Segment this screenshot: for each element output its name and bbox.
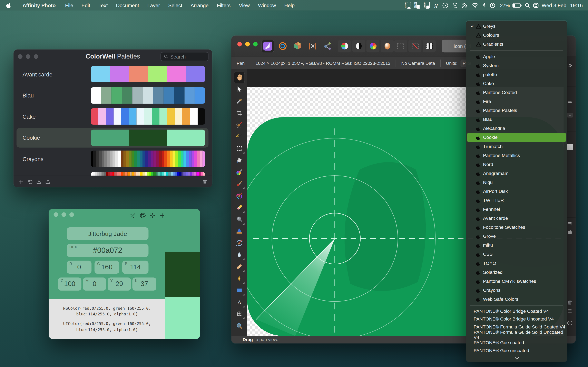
menu-help[interactable]: Help	[280, 2, 299, 8]
swatch[interactable]	[98, 108, 106, 125]
palette-row-cookie[interactable]: Cookie	[13, 127, 212, 149]
app-menu[interactable]: Affinity Photo	[18, 2, 61, 8]
swatch[interactable]	[106, 108, 113, 125]
swatch[interactable]	[132, 151, 134, 167]
menu-item-apple[interactable]: Apple	[466, 52, 567, 61]
gradient-map-adjustment-button[interactable]	[380, 40, 394, 52]
swatch[interactable]	[170, 151, 172, 167]
palette-row-css[interactable]: CSS	[13, 169, 212, 176]
colour-picker-tool[interactable]	[233, 95, 245, 107]
swatch[interactable]	[125, 172, 127, 176]
swatch[interactable]	[153, 151, 156, 167]
menu-item-grove[interactable]: Grove	[466, 232, 567, 241]
export-persona-button[interactable]	[321, 40, 334, 52]
add-palette-button[interactable]	[18, 178, 24, 186]
menu-item-pantone-coated[interactable]: Pantone Coated	[466, 88, 567, 97]
swatch[interactable]	[94, 151, 96, 167]
dodge-burn-tool[interactable]	[233, 213, 245, 225]
swatch[interactable]	[101, 87, 112, 104]
swatch[interactable]	[119, 172, 121, 176]
menu-item-airport-disk[interactable]: AirPort Disk	[466, 187, 567, 196]
swatch[interactable]	[149, 172, 151, 176]
minimize-button[interactable]	[61, 212, 66, 217]
swatch[interactable]	[129, 66, 148, 83]
zoom-tool[interactable]	[233, 320, 245, 332]
swatch[interactable]	[192, 172, 194, 176]
palette-row-avant-carde[interactable]: Avant carde	[13, 64, 212, 85]
swatch[interactable]	[136, 172, 138, 176]
swatch[interactable]	[129, 129, 167, 146]
menu-file[interactable]: File	[61, 2, 77, 8]
swatch[interactable]	[95, 172, 97, 176]
swatch[interactable]	[186, 172, 188, 176]
wifi-icon[interactable]	[472, 1, 479, 9]
paint-brush-tool[interactable]	[233, 178, 245, 190]
swatch[interactable]	[104, 151, 107, 167]
swatch[interactable]	[110, 172, 112, 176]
menu-item-pantone-formula-guide-solid-uncoated-v4[interactable]: PANTONE® Formula Guide Solid Uncoated V4	[466, 331, 567, 339]
swatch[interactable]	[115, 151, 118, 167]
swatch[interactable]	[158, 172, 160, 176]
swatch[interactable]	[110, 66, 129, 83]
swatch[interactable]	[173, 151, 175, 167]
swatch[interactable]	[203, 151, 205, 167]
channels-adjustment-button[interactable]	[338, 40, 351, 52]
swatch[interactable]	[190, 108, 198, 125]
swatch[interactable]	[104, 172, 106, 176]
swatch[interactable]	[121, 172, 123, 176]
move-tool[interactable]	[233, 83, 245, 95]
palette-icon[interactable]	[139, 211, 146, 219]
cmyk-field-y[interactable]: Y29	[108, 277, 131, 291]
swatch[interactable]	[183, 151, 186, 167]
swatch[interactable]	[134, 172, 136, 176]
swatch[interactable]	[99, 172, 102, 176]
tone-mapping-persona-button[interactable]	[306, 40, 319, 52]
swatch[interactable]	[153, 172, 156, 176]
bluetooth-icon[interactable]	[482, 1, 486, 9]
swatch[interactable]	[181, 151, 183, 167]
menu-layer[interactable]: Layer	[143, 2, 164, 8]
menu-item-colours[interactable]: Colours	[466, 31, 567, 40]
swatch[interactable]	[130, 172, 132, 176]
close-button[interactable]	[237, 42, 242, 47]
swatch[interactable]	[106, 172, 108, 176]
menu-item-niqu[interactable]: Niqu	[466, 178, 567, 187]
swatch[interactable]	[145, 172, 147, 176]
marquee-tool[interactable]	[233, 142, 245, 154]
menu-item-pantone-goe-uncoated[interactable]: PANTONE® Goe uncoated	[466, 346, 567, 354]
mem-monitor-icon[interactable]: MEM	[414, 1, 420, 9]
swatch[interactable]	[151, 172, 153, 176]
export-palette-button[interactable]	[45, 178, 51, 186]
swatch[interactable]	[118, 151, 121, 167]
rgb-field-r[interactable]: R0	[67, 261, 91, 274]
swatch[interactable]	[112, 172, 114, 176]
play-circle-icon[interactable]	[442, 1, 449, 9]
swatch[interactable]	[93, 172, 95, 176]
cmyk-field-m[interactable]: M0	[83, 277, 106, 291]
swatch[interactable]	[123, 172, 125, 176]
swatch[interactable]	[177, 172, 179, 176]
menu-select[interactable]: Select	[164, 2, 186, 8]
menu-item-pantone-pastels[interactable]: Pantone Pastels	[466, 106, 567, 115]
swatch[interactable]	[148, 151, 151, 167]
swatch[interactable]	[174, 108, 182, 125]
swatch[interactable]	[102, 151, 104, 167]
swatch[interactable]	[167, 66, 186, 83]
menu-document[interactable]: Document	[112, 2, 143, 8]
flood-fill-tool[interactable]	[233, 154, 245, 166]
menu-item-pantone-color-bridge-uncoated-v4[interactable]: PANTONE® Color Bridge Uncoated V4	[466, 315, 567, 323]
swatch[interactable]	[195, 87, 205, 104]
swatch[interactable]	[164, 151, 167, 167]
menu-item-pantone-metallics[interactable]: Pantone Metallics	[466, 151, 567, 160]
swatch[interactable]	[188, 172, 190, 176]
close-button[interactable]	[54, 212, 58, 217]
liquify-persona-button[interactable]	[277, 40, 289, 52]
scroll-more-indicator[interactable]	[466, 354, 567, 362]
auto-pick-icon[interactable]	[130, 211, 136, 219]
spotlight-icon[interactable]	[525, 1, 530, 9]
menu-edit[interactable]: Edit	[77, 2, 94, 8]
pen-tool[interactable]	[233, 273, 245, 284]
rectangle-tool[interactable]	[233, 284, 245, 296]
menu-item-nord[interactable]: Nord	[466, 160, 567, 169]
swatch[interactable]	[200, 151, 202, 167]
